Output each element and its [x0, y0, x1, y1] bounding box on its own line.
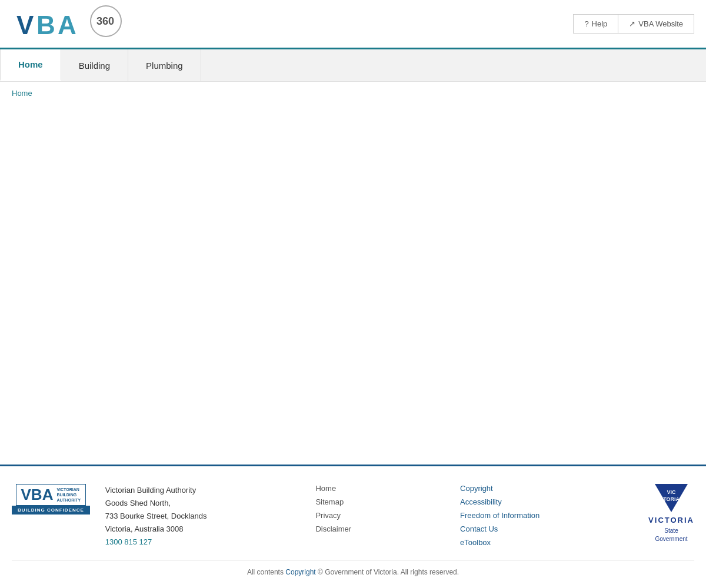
victoria-text: VICTORIA — [648, 516, 694, 524]
footer-vba-logo: VBA VICTORIAN BUILDING AUTHORITY BUILDIN… — [12, 484, 90, 514]
svg-text:B: B — [36, 11, 55, 39]
footer-link-accessibility[interactable]: Accessibility — [460, 497, 540, 506]
svg-text:A: A — [58, 11, 76, 39]
victoria-triangle-text: VICTORIA — [663, 489, 680, 503]
help-label: Help — [592, 19, 608, 28]
footer-link-home[interactable]: Home — [315, 484, 351, 493]
footer-link-privacy[interactable]: Privacy — [315, 511, 351, 520]
footer-link-sitemap[interactable]: Sitemap — [315, 497, 351, 506]
vba-website-label: VBA Website — [638, 19, 683, 28]
footer-copyright-prefix: All contents — [247, 568, 284, 576]
top-links: ? Help ↗ VBA Website — [573, 14, 694, 34]
footer-vba-text: VICTORIAN BUILDING AUTHORITY — [56, 487, 81, 503]
footer-address-line1: Goods Shed North, — [105, 497, 207, 510]
top-bar: V B A 360 ? Help ↗ VBA Website — [0, 0, 706, 49]
main-content — [0, 105, 706, 465]
svg-text:360: 360 — [96, 15, 114, 27]
footer-link-etoolbox[interactable]: eToolbox — [460, 538, 540, 547]
nav-plumbing-label: Plumbing — [146, 61, 183, 71]
logo-container: V B A 360 — [12, 5, 135, 43]
nav-bar: Home Building Plumbing — [0, 49, 706, 82]
external-link-icon: ↗ — [629, 19, 635, 28]
nav-item-building[interactable]: Building — [61, 49, 128, 81]
footer-vba-badge: VBA VICTORIAN BUILDING AUTHORITY — [16, 484, 86, 506]
footer-link-disclaimer[interactable]: Disclaimer — [315, 524, 351, 533]
vba-360-logo: V B A 360 — [12, 5, 135, 43]
footer-building-confidence: BUILDING CONFIDENCE — [12, 506, 90, 514]
help-icon: ? — [584, 19, 588, 28]
footer-link-copyright[interactable]: Copyright — [460, 484, 540, 493]
footer: VBA VICTORIAN BUILDING AUTHORITY BUILDIN… — [0, 465, 706, 588]
nav-item-plumbing[interactable]: Plumbing — [128, 49, 201, 81]
footer-address-line3: Victoria, Australia 3008 — [105, 523, 207, 536]
breadcrumb: Home — [0, 82, 706, 105]
footer-link-contact[interactable]: Contact Us — [460, 524, 540, 533]
footer-phone: 1300 815 127 — [105, 536, 207, 549]
vba-website-link[interactable]: ↗ VBA Website — [618, 14, 694, 34]
footer-address-line2: 733 Bourke Street, Docklands — [105, 510, 207, 523]
nav-building-label: Building — [79, 61, 110, 71]
footer-links-col1: Home Sitemap Privacy Disclaimer — [315, 484, 351, 533]
victoria-logo: VICTORIA VICTORIA StateGovernment — [648, 484, 694, 543]
footer-inner: VBA VICTORIAN BUILDING AUTHORITY BUILDIN… — [12, 484, 694, 549]
footer-vba-letters: VBA — [21, 487, 54, 502]
footer-copyright-suffix: © Government of Victoria. All rights res… — [318, 568, 459, 576]
breadcrumb-home-link[interactable]: Home — [12, 89, 32, 98]
footer-address: Victorian Building Authority Goods Shed … — [105, 484, 207, 549]
nav-home-label: Home — [18, 59, 43, 69]
footer-link-foi[interactable]: Freedom of Information — [460, 511, 540, 520]
svg-text:V: V — [16, 11, 34, 39]
help-link[interactable]: ? Help — [573, 14, 618, 34]
footer-org-name: Victorian Building Authority — [105, 484, 207, 497]
footer-links-col2: Copyright Accessibility Freedom of Infor… — [460, 484, 540, 547]
victoria-subtext: StateGovernment — [655, 527, 688, 543]
nav-item-home[interactable]: Home — [0, 49, 61, 81]
footer-copyright-link[interactable]: Copyright — [285, 568, 315, 576]
footer-bottom: All contents Copyright © Government of V… — [12, 560, 694, 576]
